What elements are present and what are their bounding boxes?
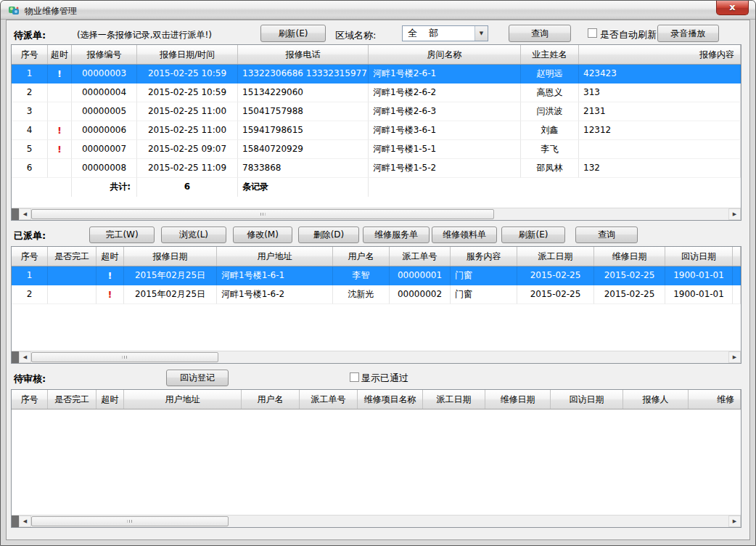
cell-repair-datetime: 2015-02-25 09:07: [137, 140, 238, 159]
scrollbar-thumb[interactable]: [31, 516, 229, 526]
table-row[interactable]: 2!2015年02月25日河畔1号楼1-6-2沈新光00000002门窗2015…: [12, 285, 741, 304]
table-header-row: 序号超时报修编号报修日期/时间报修电话房间名称业主姓名报修内容: [12, 45, 741, 65]
close-button[interactable]: x: [716, 1, 749, 15]
dispatched-table-body: 序号是否完工超时报修日期用户地址用户名派工单号服务内容派工日期维修日期回访日期1…: [12, 247, 741, 351]
cell-overdue: [48, 102, 72, 121]
column-header-visit-date[interactable]: 回访日期: [551, 390, 623, 409]
app-window: 物业维修管理 x 待派单: (选择一条报修记录,双击进行派单!) 刷新(E) 区…: [0, 0, 756, 546]
cell-overdue: !: [96, 285, 124, 304]
cell-index: 2: [12, 83, 48, 102]
scroll-left-icon[interactable]: ◀: [19, 516, 31, 527]
pending-hscrollbar[interactable]: ◀ ▶: [12, 208, 741, 220]
scrollbar-track[interactable]: [218, 351, 728, 363]
cell-repair-content: 423423: [579, 65, 741, 83]
column-header-user-address[interactable]: 用户地址: [217, 247, 333, 266]
column-header-reporter[interactable]: 报修人: [623, 390, 689, 409]
query-button[interactable]: 查询: [509, 25, 571, 42]
column-header-user-name[interactable]: 用户名: [242, 390, 300, 409]
delete-button[interactable]: 删除(D): [298, 227, 359, 243]
column-header-is-done[interactable]: 是否完工: [48, 247, 96, 266]
scrollbar-track[interactable]: [229, 516, 728, 527]
column-header-user-address[interactable]: 用户地址: [124, 390, 242, 409]
scrollbar-corner: [12, 351, 19, 363]
column-header-visit-date[interactable]: 回访日期: [665, 247, 733, 266]
query-dispatched-button[interactable]: 查询: [575, 227, 638, 243]
cell-blank: [733, 285, 741, 304]
cell-repair-content: 2131: [579, 102, 741, 121]
table-row[interactable]: 4!000000062015-02-25 11:0015941798615河畔1…: [12, 121, 741, 140]
cell-repair-datetime: 2015-02-25 11:00: [137, 121, 238, 140]
scroll-right-icon[interactable]: ▶: [728, 516, 741, 527]
title-bar[interactable]: 物业维修管理 x: [1, 1, 755, 20]
table-row[interactable]: 5!000000072015-02-25 09:0715840720929河畔1…: [12, 140, 741, 159]
record-play-button[interactable]: 录音播放: [657, 25, 719, 42]
scroll-left-icon[interactable]: ◀: [19, 208, 31, 220]
review-hscrollbar[interactable]: ◀ ▶: [12, 515, 741, 527]
finish-button[interactable]: 完工(W): [89, 227, 155, 243]
visit-register-button[interactable]: 回访登记: [166, 370, 229, 386]
column-header-index[interactable]: 序号: [12, 45, 48, 64]
service-order-button[interactable]: 维修服务单: [363, 227, 430, 243]
window-title: 物业维修管理: [25, 5, 77, 17]
column-header-repair-no[interactable]: 报修编号: [72, 45, 137, 64]
column-header-overdue[interactable]: 超时: [96, 247, 124, 266]
column-header-overdue[interactable]: 超时: [48, 45, 72, 64]
auto-refresh-checkbox[interactable]: [588, 28, 597, 38]
refresh-button[interactable]: 刷新(E): [260, 25, 326, 42]
column-header-index[interactable]: 序号: [12, 390, 48, 409]
browse-button[interactable]: 浏览(L): [161, 227, 226, 243]
column-header-room-name[interactable]: 房间名称: [369, 45, 521, 64]
scrollbar-track[interactable]: [494, 208, 728, 220]
column-header-maintain-cut[interactable]: 维修: [689, 390, 741, 409]
column-header-dispatch-no[interactable]: 派工单号: [390, 247, 451, 266]
table-row[interactable]: 2000000042015-02-25 10:5915134229060河畔1号…: [12, 83, 741, 102]
show-passed-checkbox[interactable]: [350, 372, 359, 382]
area-select[interactable]: 全 部 ▼: [402, 25, 488, 41]
cell-repair-no: 00000003: [72, 65, 137, 83]
table-row[interactable]: 1!000000032015-02-25 10:5913322306686 13…: [12, 65, 741, 83]
area-name-label: 区域名称:: [335, 29, 376, 42]
area-select-value: 全 部: [403, 27, 474, 40]
scroll-right-icon[interactable]: ▶: [728, 208, 741, 220]
cell-dispatch-no: 00000001: [390, 266, 451, 285]
review-table-body: 序号是否完工超时用户地址用户名派工单号维修项目名称派工日期维修日期回访日期报修人…: [12, 390, 741, 515]
cell-repair-content: 313: [579, 83, 741, 102]
cell-repair-phone: 15041757988: [238, 102, 369, 121]
scrollbar-thumb[interactable]: [31, 352, 218, 362]
refresh-dispatched-button[interactable]: 刷新(E): [501, 227, 565, 243]
summary-label: 共计:: [72, 178, 137, 197]
column-header-is-done[interactable]: 是否完工: [48, 390, 96, 409]
column-header-repair-date[interactable]: 报修日期: [124, 247, 217, 266]
column-header-overdue[interactable]: 超时: [96, 390, 124, 409]
column-header-owner-name[interactable]: 业主姓名: [521, 45, 579, 64]
column-header-maintain-date[interactable]: 维修日期: [594, 247, 665, 266]
scroll-left-icon[interactable]: ◀: [19, 351, 31, 363]
column-header-repair-item[interactable]: 维修项目名称: [358, 390, 423, 409]
column-header-maintain-date[interactable]: 维修日期: [485, 390, 551, 409]
cell-index: 3: [12, 102, 48, 121]
table-row[interactable]: 1!2015年02月25日河畔1号楼1-6-1李智00000001门窗2015-…: [12, 266, 741, 285]
cell-owner-name: 刘鑫: [521, 121, 579, 140]
table-row[interactable]: 3000000052015-02-25 11:0015041757988河畔1号…: [12, 102, 741, 121]
chevron-down-icon[interactable]: ▼: [474, 26, 488, 41]
cell-owner-name: 李飞: [521, 140, 579, 159]
cell-room-name: 河畔1号楼3-6-1: [369, 121, 521, 140]
column-header-dispatch-no[interactable]: 派工单号: [300, 390, 358, 409]
column-header-dispatch-date[interactable]: 派工日期: [423, 390, 485, 409]
modify-button[interactable]: 修改(M): [233, 227, 292, 243]
column-header-repair-phone[interactable]: 报修电话: [238, 45, 369, 64]
column-header-repair-content[interactable]: 报修内容: [579, 45, 741, 64]
cell-overdue: [48, 83, 72, 102]
column-header-service-content[interactable]: 服务内容: [451, 247, 517, 266]
scrollbar-thumb[interactable]: [31, 209, 494, 219]
material-order-button[interactable]: 维修领料单: [432, 227, 497, 243]
scrollbar-corner: [12, 516, 19, 527]
column-header-repair-datetime[interactable]: 报修日期/时间: [137, 45, 238, 64]
column-header-blank[interactable]: [733, 247, 741, 266]
dispatched-hscrollbar[interactable]: ◀ ▶: [12, 351, 741, 363]
column-header-index[interactable]: 序号: [12, 247, 48, 266]
column-header-user-name[interactable]: 用户名: [333, 247, 390, 266]
scroll-right-icon[interactable]: ▶: [728, 351, 741, 363]
table-row[interactable]: 6000000082015-02-25 11:097833868河畔1号楼1-5…: [12, 159, 741, 178]
column-header-dispatch-date[interactable]: 派工日期: [517, 247, 594, 266]
